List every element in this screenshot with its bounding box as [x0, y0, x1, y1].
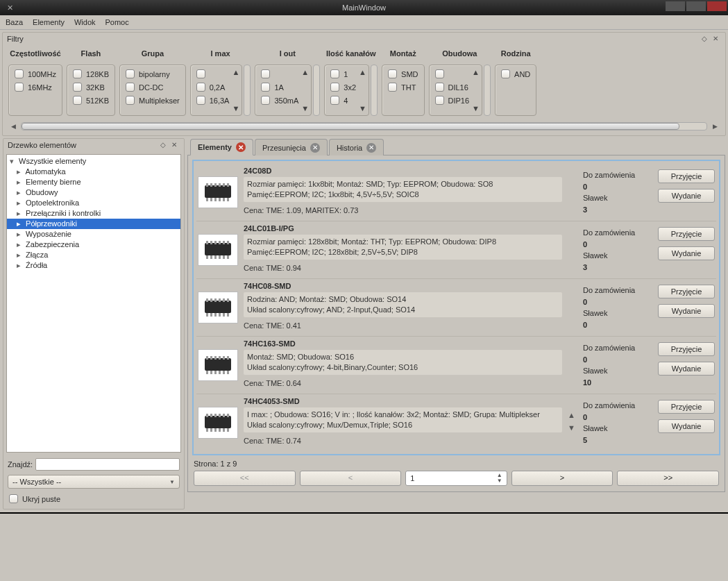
- filter-scrollbar[interactable]: [371, 65, 378, 116]
- scroll-up-icon[interactable]: ▲: [301, 68, 310, 76]
- filter-checkbox[interactable]: THT: [388, 83, 418, 92]
- window-close-button[interactable]: [707, 1, 727, 11]
- tab-close-icon[interactable]: ✕: [236, 142, 246, 152]
- tree-item[interactable]: ▸ Optoelektronika: [7, 198, 180, 208]
- tree-pin-icon[interactable]: ◇: [160, 141, 169, 149]
- wydanie-button[interactable]: Wydanie: [658, 419, 715, 433]
- svg-rect-41: [210, 371, 212, 374]
- tree-item[interactable]: ▸ Obudowy: [7, 187, 180, 198]
- wydanie-button[interactable]: Wydanie: [658, 246, 715, 260]
- pager-page-spin[interactable]: 1 ▲▼: [405, 471, 507, 486]
- menu-baza[interactable]: Baza: [6, 18, 23, 26]
- item-up-icon[interactable]: ▲: [568, 411, 577, 419]
- pager-last-button[interactable]: >>: [617, 471, 719, 486]
- filter-checkbox[interactable]: 1: [330, 69, 356, 78]
- przyjecie-button[interactable]: Przyjęcie: [658, 400, 715, 414]
- przyjecie-button[interactable]: Przyjęcie: [658, 285, 715, 298]
- tree-item[interactable]: ▸ Przełączniki i kontrolki: [7, 208, 180, 219]
- filters-pin-icon[interactable]: ◇: [702, 35, 710, 43]
- filter-checkbox[interactable]: AND: [501, 69, 530, 78]
- tab-przesuniecia[interactable]: Przesunięcia ✕: [255, 139, 328, 155]
- item-thumbnail: [198, 234, 238, 266]
- filter-checkbox[interactable]: DIP16: [435, 96, 470, 105]
- tree-root[interactable]: ▾ Wszystkie elementy: [7, 156, 180, 167]
- find-input[interactable]: [35, 458, 180, 471]
- scroll-down-icon[interactable]: ▼: [232, 104, 240, 112]
- filter-checkbox[interactable]: [196, 69, 230, 78]
- filter-checkbox[interactable]: [261, 69, 298, 78]
- scroll-down-icon[interactable]: ▼: [472, 104, 480, 112]
- filter-group-freq: Częstotliwość100MHz16MHz: [8, 49, 62, 116]
- filter-checkbox[interactable]: 128KB: [73, 69, 109, 78]
- svg-rect-40: [206, 371, 208, 374]
- filter-checkbox[interactable]: SMD: [388, 69, 418, 78]
- tree-view[interactable]: ▾ Wszystkie elementy▸ Automatyka▸ Elemen…: [6, 154, 181, 453]
- item-order-info: Do zamówienia0Sławek0: [583, 282, 652, 330]
- filter-checkbox[interactable]: bipolarny: [126, 69, 180, 78]
- filter-scrollbar[interactable]: [484, 65, 491, 116]
- filter-checkbox[interactable]: 100MHz: [15, 69, 56, 78]
- filters-close-icon[interactable]: ✕: [713, 35, 721, 43]
- menu-widok[interactable]: Widok: [74, 18, 96, 26]
- filter-checkbox[interactable]: 3x2: [330, 83, 356, 92]
- przyjecie-button[interactable]: Przyjęcie: [658, 227, 715, 241]
- pager-first-button[interactable]: <<: [194, 471, 296, 486]
- pager-next-button[interactable]: >: [511, 471, 613, 486]
- scroll-left-icon[interactable]: ◀: [8, 121, 18, 131]
- scroll-down-icon[interactable]: ▼: [301, 104, 310, 112]
- menu-pomoc[interactable]: Pomoc: [105, 18, 129, 26]
- hide-empty-checkbox[interactable]: Ukryj puste: [9, 494, 180, 503]
- tree-close-icon[interactable]: ✕: [171, 141, 180, 149]
- filter-checkbox[interactable]: 0,2A: [196, 83, 230, 92]
- filters-hscroll[interactable]: ◀ ▶: [8, 121, 720, 131]
- scroll-up-icon[interactable]: ▲: [232, 68, 240, 76]
- tab-close-icon[interactable]: ✕: [310, 143, 320, 153]
- svg-rect-31: [223, 313, 225, 317]
- filter-checkbox[interactable]: DC-DC: [126, 83, 180, 92]
- scroll-up-icon[interactable]: ▲: [359, 68, 367, 76]
- tree-item[interactable]: ▸ Automatyka: [7, 167, 180, 177]
- svg-rect-11: [223, 183, 225, 187]
- tab-close-icon[interactable]: ✕: [366, 143, 376, 153]
- tree-item[interactable]: ▸ Półprzewodniki: [7, 219, 180, 229]
- tree-item[interactable]: ▸ Zabezpieczenia: [7, 239, 180, 250]
- wydanie-button[interactable]: Wydanie: [658, 362, 715, 376]
- app-icon: ✕: [3, 1, 17, 15]
- filter-scrollbar[interactable]: [313, 65, 320, 116]
- filter-checkbox[interactable]: 4: [330, 96, 356, 105]
- scroll-right-icon[interactable]: ▶: [710, 121, 720, 131]
- filter-checkbox[interactable]: 16,3A: [196, 96, 230, 105]
- filter-checkbox[interactable]: 1A: [261, 83, 298, 92]
- tree-item[interactable]: ▸ Źródła: [7, 260, 180, 271]
- item-thumbnail: [198, 349, 238, 381]
- scroll-down-icon[interactable]: ▼: [359, 104, 367, 112]
- minimize-button[interactable]: [666, 1, 685, 11]
- item-order-info: Do zamówienia0Sławek3: [583, 167, 652, 215]
- tab-historia[interactable]: Historia ✕: [329, 139, 384, 155]
- maximize-button[interactable]: [686, 1, 706, 11]
- filter-combo[interactable]: -- Wszystkie -- ▼: [8, 475, 180, 489]
- item-down-icon[interactable]: ▼: [568, 423, 577, 432]
- filter-scrollbar[interactable]: [244, 65, 251, 116]
- filter-checkbox[interactable]: Multiplekser: [126, 96, 180, 105]
- tree-item[interactable]: ▸ Wyposażenie: [7, 229, 180, 239]
- filter-checkbox[interactable]: [435, 69, 470, 78]
- tree-item[interactable]: ▸ Elementy bierne: [7, 177, 180, 187]
- scroll-up-icon[interactable]: ▲: [472, 68, 480, 76]
- menu-elementy[interactable]: Elementy: [33, 18, 65, 26]
- wydanie-button[interactable]: Wydanie: [658, 189, 715, 203]
- przyjecie-button[interactable]: Przyjęcie: [658, 169, 715, 183]
- svg-rect-50: [223, 356, 225, 360]
- tab-elementy[interactable]: Elementy ✕: [190, 139, 253, 155]
- filter-checkbox[interactable]: DIL16: [435, 83, 470, 92]
- wydanie-button[interactable]: Wydanie: [658, 304, 715, 318]
- pager-prev-button[interactable]: <: [300, 471, 402, 486]
- filter-checkbox[interactable]: 16MHz: [15, 83, 56, 92]
- svg-rect-33: [206, 298, 208, 302]
- filter-checkbox[interactable]: 32KB: [73, 83, 109, 92]
- przyjecie-button[interactable]: Przyjęcie: [658, 342, 715, 356]
- spin-arrows-icon[interactable]: ▲▼: [497, 473, 502, 484]
- filter-checkbox[interactable]: 512KB: [73, 96, 109, 105]
- tree-item[interactable]: ▸ Złącza: [7, 250, 180, 260]
- filter-checkbox[interactable]: 350mA: [261, 96, 298, 105]
